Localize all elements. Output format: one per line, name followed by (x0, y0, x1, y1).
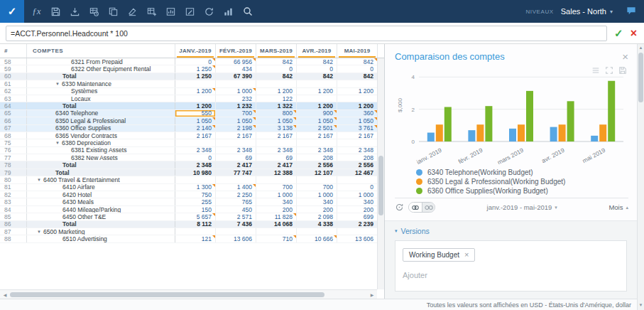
value-cell[interactable] (175, 95, 216, 102)
value-cell[interactable]: 2 348 (216, 147, 256, 154)
value-cell[interactable]: 2 556 (337, 161, 378, 168)
value-cell[interactable]: 1 050 (297, 117, 337, 124)
value-cell[interactable]: 434 (216, 65, 256, 72)
value-cell[interactable]: 1 250 (175, 73, 216, 80)
grid-vertical-scrollbar[interactable] (377, 58, 384, 289)
value-cell[interactable]: 1 050 (216, 117, 256, 124)
link-toggle[interactable] (408, 202, 435, 213)
chart-expand-icon[interactable] (605, 66, 613, 75)
value-cell[interactable]: 200 (297, 206, 337, 213)
value-cell[interactable]: 8 112 (175, 221, 216, 228)
value-cell[interactable]: 2 167 (216, 132, 256, 139)
account-label[interactable]: Locaux (27, 95, 175, 102)
value-cell[interactable]: 700 (256, 184, 297, 191)
value-cell[interactable] (256, 176, 297, 183)
value-cell[interactable]: 66 956 (216, 58, 256, 65)
value-cell[interactable]: 1 000 (297, 191, 337, 198)
sheet-chart-icon[interactable] (161, 3, 180, 20)
value-cell[interactable]: 0 (337, 65, 378, 72)
value-cell[interactable]: 4 338 (297, 221, 337, 228)
account-label[interactable]: 6360 Office Supplies (27, 125, 175, 132)
account-label[interactable]: 6450 Other T&E (27, 213, 175, 220)
value-cell[interactable]: 1 200 (297, 102, 337, 109)
value-cell[interactable]: 340 (337, 198, 378, 205)
value-cell[interactable]: 0 (175, 154, 216, 161)
value-cell[interactable]: 1 050 (256, 117, 297, 124)
account-label[interactable]: Total (27, 73, 175, 80)
account-label[interactable]: 6430 Meals (27, 198, 175, 205)
value-cell[interactable]: 3 761 (337, 125, 378, 132)
value-cell[interactable]: 1 000 (337, 191, 378, 198)
value-cell[interactable]: 0 (256, 65, 297, 72)
sheet-add-icon[interactable] (142, 3, 161, 20)
value-cell[interactable] (256, 228, 297, 235)
levels-chart-icon[interactable] (219, 3, 238, 20)
value-cell[interactable]: 1 232 (216, 102, 256, 109)
value-cell[interactable]: 2 239 (337, 221, 378, 228)
value-cell[interactable]: 1 200 (175, 102, 216, 109)
app-logo[interactable]: ✓ (0, 0, 24, 23)
value-cell[interactable]: 1 200 (297, 88, 337, 95)
account-label[interactable]: 6510 Advertising (27, 235, 175, 242)
version-tag[interactable]: Working Budget × (403, 248, 475, 262)
value-cell[interactable] (337, 95, 378, 102)
value-cell[interactable]: 1 400 (216, 184, 256, 191)
search-icon[interactable] (238, 3, 257, 20)
value-cell[interactable]: 700 (216, 110, 256, 117)
value-cell[interactable] (216, 176, 256, 183)
account-label[interactable]: Systèmes (27, 88, 175, 95)
value-cell[interactable]: 69 (216, 154, 256, 161)
collapse-caret-icon[interactable]: ▼ (55, 82, 60, 86)
account-label[interactable]: 6321 From Prepaid (27, 58, 175, 65)
value-cell[interactable]: 842 (256, 73, 297, 80)
value-cell[interactable] (297, 228, 337, 235)
link-icon[interactable] (409, 203, 422, 212)
chart-refresh-icon[interactable] (395, 203, 404, 212)
value-cell[interactable]: 13 606 (337, 235, 378, 242)
value-cell[interactable]: 450 (216, 206, 256, 213)
legend-item[interactable]: 6350 Legal & Professional(Working Budget… (416, 178, 628, 186)
value-cell[interactable]: 11 828 (256, 213, 297, 220)
value-cell[interactable]: 200 (337, 206, 378, 213)
value-cell[interactable]: 232 (216, 95, 256, 102)
value-cell[interactable]: 5 657 (175, 213, 216, 220)
value-cell[interactable]: 2 556 (297, 161, 337, 168)
value-cell[interactable]: 340 (256, 198, 297, 205)
value-cell[interactable]: 2 098 (297, 213, 337, 220)
account-label[interactable]: ▼6400 Travel & Entertainment (27, 176, 175, 183)
add-version-button[interactable]: Ajouter (403, 271, 445, 279)
chart-menu-icon[interactable] (591, 66, 600, 75)
value-cell[interactable]: 7 436 (216, 221, 256, 228)
chart-save-icon[interactable] (618, 66, 627, 75)
value-cell[interactable]: 77 747 (216, 169, 256, 176)
value-cell[interactable]: 1 200 (256, 88, 297, 95)
value-cell[interactable]: 710 (256, 235, 297, 242)
value-cell[interactable]: 12 388 (256, 169, 297, 176)
account-label[interactable]: 6365 Vendor Contracts (27, 132, 175, 139)
value-cell[interactable]: 2 167 (337, 132, 378, 139)
value-cell[interactable] (216, 80, 256, 87)
value-cell[interactable]: 1 200 (337, 88, 378, 95)
value-cell[interactable]: 2 140 (175, 125, 216, 132)
value-cell[interactable]: 13 606 (216, 235, 256, 242)
account-label[interactable]: 6420 Hotel (27, 191, 175, 198)
value-cell[interactable]: 842 (337, 73, 378, 80)
column-header-mai-2019[interactable]: MAI-2019 (337, 44, 378, 58)
account-label[interactable]: Total (27, 161, 175, 168)
value-cell[interactable]: 2 501 (297, 125, 337, 132)
account-label[interactable]: 6340 Telephone (27, 110, 175, 117)
sheet-copy-icon[interactable] (104, 3, 123, 20)
value-cell[interactable] (297, 176, 337, 183)
value-cell[interactable] (297, 139, 337, 146)
value-cell[interactable]: 900 (297, 110, 337, 117)
chat-icon[interactable] (626, 5, 637, 18)
value-cell[interactable] (297, 80, 337, 87)
value-cell[interactable] (297, 95, 337, 102)
value-cell[interactable]: 360 (337, 110, 378, 117)
value-cell[interactable]: 2 348 (297, 147, 337, 154)
formula-fx-icon[interactable]: ƒx (27, 3, 46, 20)
account-label[interactable]: Total (27, 169, 175, 176)
value-cell[interactable]: 10 666 (297, 235, 337, 242)
level-selector[interactable]: Sales - North ▾ (561, 7, 613, 16)
sheet-history-icon[interactable] (84, 3, 104, 20)
